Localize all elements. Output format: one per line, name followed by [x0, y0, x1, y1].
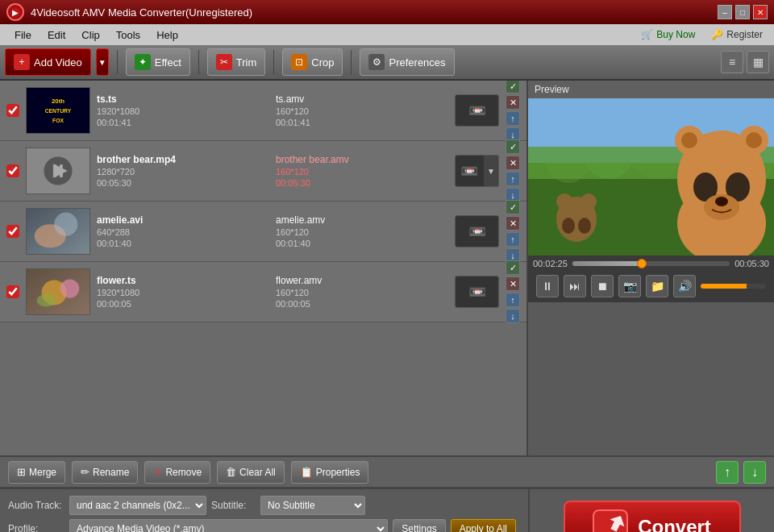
seekbar[interactable] — [572, 261, 730, 266]
seekbar-thumb[interactable] — [637, 259, 647, 268]
format-button-4[interactable]: 📼 — [455, 276, 499, 308]
menu-tools[interactable]: Tools — [108, 27, 148, 44]
svg-text:CENTURY: CENTURY — [45, 108, 72, 114]
edit-btn-4[interactable]: ✓ — [506, 260, 520, 275]
volume-slider[interactable] — [701, 284, 766, 289]
file-checkbox-1[interactable] — [6, 104, 19, 117]
menu-file[interactable]: File — [6, 27, 40, 44]
audio-row: Audio Track: und aac 2 channels (0x2... … — [8, 496, 516, 515]
file-action-btns-2: ✓ ✕ ↑ ↓ — [506, 139, 520, 202]
table-row[interactable]: brother bear.mp4 1280*720 00:05:30 broth… — [0, 141, 526, 202]
maximize-button[interactable]: □ — [735, 5, 750, 19]
format-dropdown-2[interactable]: ▼ — [484, 156, 498, 186]
edit-btn-1[interactable]: ✓ — [506, 81, 520, 94]
volume-icon: 🔊 — [673, 275, 696, 297]
preview-label: Preview — [528, 81, 774, 98]
bottom-area: Audio Track: und aac 2 channels (0x2... … — [0, 488, 774, 532]
menu-clip[interactable]: Clip — [73, 27, 107, 44]
crop-button[interactable]: ⊡ Crop — [282, 48, 343, 76]
file-checkbox-4[interactable] — [6, 285, 19, 298]
format-button-2[interactable]: 📼 ▼ — [455, 155, 499, 187]
subtitle-select[interactable]: No Subtitle — [260, 496, 365, 515]
svg-point-38 — [556, 193, 572, 210]
app-icon: ▶ — [6, 3, 24, 21]
settings-button[interactable]: Settings — [393, 519, 445, 532]
file-output-3: amelie.amv 160*120 00:01:40 — [276, 214, 448, 248]
subtitle-label: Subtitle: — [211, 500, 256, 511]
add-video-button[interactable]: + Add Video — [5, 48, 91, 76]
delete-btn-1[interactable]: ✕ — [506, 95, 520, 110]
file-list: 20th CENTURY FOX ts.ts 1920*1080 00:01:4… — [0, 81, 528, 455]
preview-panel: Preview — [528, 81, 774, 455]
add-video-dropdown-arrow[interactable]: ▼ — [96, 48, 109, 76]
menu-help[interactable]: Help — [148, 27, 186, 44]
edit-btn-3[interactable]: ✓ — [506, 200, 520, 214]
preview-playback-controls: ⏸ ⏭ ⏹ 📷 📁 🔊 — [533, 273, 769, 299]
merge-button[interactable]: ⊞ Merge — [8, 461, 65, 484]
file-checkbox-3[interactable] — [6, 225, 19, 238]
delete-btn-2[interactable]: ✕ — [506, 156, 520, 170]
format-button-1[interactable]: 📼 — [455, 94, 499, 127]
table-row[interactable]: flower.ts 1920*1080 00:00:05 flower.amv … — [0, 262, 526, 322]
screenshot-button[interactable]: 📷 — [618, 275, 641, 297]
file-thumbnail-1: 20th CENTURY FOX — [26, 87, 90, 134]
trim-button[interactable]: ✂ Trim — [207, 48, 266, 76]
file-checkbox-2[interactable] — [6, 164, 19, 177]
up-btn-2[interactable]: ↑ — [506, 172, 520, 186]
delete-btn-4[interactable]: ✕ — [506, 276, 520, 291]
crop-icon: ⊡ — [291, 54, 307, 70]
svg-point-41 — [578, 218, 591, 234]
file-output-2: brother bear.amv 160*120 00:05:30 — [276, 154, 448, 188]
seekbar-fill — [572, 261, 642, 266]
register-button[interactable]: 🔑 Register — [706, 27, 768, 42]
table-row[interactable]: amelie.avi 640*288 00:01:40 amelie.amv 1… — [0, 202, 526, 262]
profile-row: Profile: Advance Media Video (*.amv) Set… — [8, 519, 516, 532]
audio-label: Audio Track: — [8, 500, 64, 511]
clear-icon: 🗑 — [226, 466, 236, 478]
menu-edit[interactable]: Edit — [40, 27, 73, 44]
effect-icon: ✦ — [135, 54, 151, 70]
audio-select[interactable]: und aac 2 channels (0x2... — [69, 496, 206, 515]
file-info-3: amelie.avi 640*288 00:01:40 — [97, 214, 269, 248]
film-icon-3: 📼 — [468, 222, 486, 240]
gear-icon: ⚙ — [368, 54, 385, 70]
edit-btn-2[interactable]: ✓ — [506, 139, 520, 154]
step-forward-button[interactable]: ⏭ — [564, 275, 586, 297]
effect-button[interactable]: ✦ Effect — [126, 48, 190, 76]
delete-btn-3[interactable]: ✕ — [506, 216, 520, 231]
file-thumbnail-2 — [26, 148, 90, 194]
file-output-1: ts.amv 160*120 00:01:41 — [276, 94, 448, 127]
remove-button[interactable]: ✕ Remove — [144, 461, 210, 484]
merge-icon: ⊞ — [17, 466, 26, 478]
file-thumbnail-3 — [26, 208, 90, 255]
list-view-button[interactable]: ≡ — [721, 51, 743, 73]
settings-panel: Audio Track: und aac 2 channels (0x2... … — [0, 489, 524, 532]
svg-text:FOX: FOX — [52, 118, 64, 123]
table-row[interactable]: 20th CENTURY FOX ts.ts 1920*1080 00:01:4… — [0, 81, 526, 141]
format-button-3[interactable]: 📼 — [455, 215, 499, 247]
apply-to-all-button[interactable]: Apply to All — [451, 519, 516, 532]
seekbar-container: 00:02:25 00:05:30 — [533, 259, 769, 268]
down-btn-4[interactable]: ↓ — [506, 309, 520, 323]
clear-all-button[interactable]: 🗑 Clear All — [217, 461, 285, 484]
minimize-button[interactable]: – — [718, 5, 732, 19]
up-btn-3[interactable]: ↑ — [506, 232, 520, 247]
profile-select[interactable]: Advance Media Video (*.amv) — [69, 519, 388, 532]
move-down-button[interactable]: ↓ — [743, 461, 766, 484]
toolbar: + Add Video ▼ ✦ Effect ✂ Trim ⊡ Crop ⚙ P… — [0, 45, 774, 81]
up-btn-4[interactable]: ↑ — [506, 293, 520, 307]
grid-view-button[interactable]: ▦ — [747, 51, 769, 73]
properties-button[interactable]: 📋 Properties — [291, 461, 369, 484]
preferences-button[interactable]: ⚙ Preferences — [360, 48, 454, 76]
rename-button[interactable]: ✏ Rename — [72, 461, 138, 484]
convert-button[interactable]: Convert — [564, 501, 741, 532]
action-bar: ⊞ Merge ✏ Rename ✕ Remove 🗑 Clear All 📋 … — [0, 455, 774, 488]
stop-button[interactable]: ⏹ — [591, 275, 614, 297]
move-up-button[interactable]: ↑ — [716, 461, 739, 484]
pause-button[interactable]: ⏸ — [536, 275, 559, 297]
buy-now-button[interactable]: 🛒 Buy Now — [636, 27, 700, 42]
total-time: 00:05:30 — [734, 259, 769, 268]
up-btn-1[interactable]: ↑ — [506, 111, 520, 126]
folder-button[interactable]: 📁 — [646, 275, 668, 297]
close-button[interactable]: ✕ — [753, 5, 768, 19]
